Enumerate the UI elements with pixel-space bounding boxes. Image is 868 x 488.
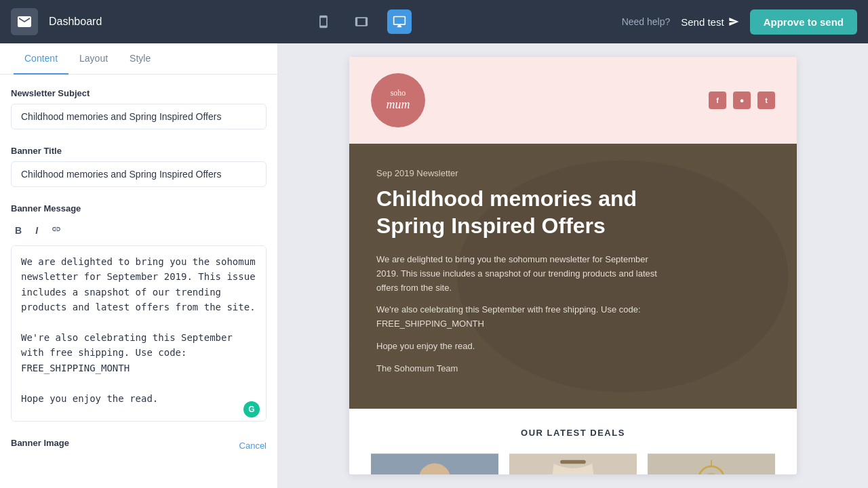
facebook-icon: f xyxy=(709,92,726,109)
social-icons: f ● t xyxy=(709,92,775,109)
deals-title: OUR LATEST DEALS xyxy=(371,428,775,438)
topnav-actions: Need help? Send test Approve to send xyxy=(622,9,857,35)
topnav: Dashboard Need help? Send test Approve t… xyxy=(0,0,868,43)
svg-rect-4 xyxy=(560,460,586,464)
mail-icon xyxy=(16,14,33,30)
send-test-button[interactable]: Send test xyxy=(681,16,738,28)
banner-title-preview: Childhood memories and Spring Inspired O… xyxy=(376,185,648,239)
dashboard-title: Dashboard xyxy=(49,16,102,28)
banner-title-label: Banner Title xyxy=(11,146,267,156)
tab-style[interactable]: Style xyxy=(119,43,161,75)
email-header: soho mum f ● t xyxy=(349,57,797,144)
email-preview-panel: soho mum f ● t Sep 2019 Newsletter Child… xyxy=(278,43,868,488)
italic-button[interactable]: I xyxy=(31,223,42,237)
rich-text-toolbar: B I xyxy=(11,219,267,241)
deal-image-3 xyxy=(648,451,775,474)
deal-card-1 xyxy=(371,451,498,474)
banner-para3: Hope you enjoy the read. xyxy=(376,340,661,354)
send-icon xyxy=(728,16,739,27)
newsletter-subject-section: Newsletter Subject xyxy=(11,88,267,143)
tablet-device-button[interactable] xyxy=(349,9,374,34)
tab-content[interactable]: Content xyxy=(14,43,68,75)
tablet-icon xyxy=(355,15,368,28)
left-panel: Content Layout Style Newsletter Subject … xyxy=(0,43,278,488)
deal-image-1 xyxy=(371,451,498,474)
banner-title-section: Banner Title xyxy=(11,146,267,201)
logo-mum: mum xyxy=(387,98,410,113)
desktop-device-button[interactable] xyxy=(387,9,412,34)
banner-image-label: Banner Image xyxy=(11,438,69,448)
logo-soho: soho xyxy=(391,88,406,98)
deal-image-2 xyxy=(509,451,637,474)
logo xyxy=(11,8,38,35)
banner-image-section: Banner Image Cancel xyxy=(11,438,267,453)
desktop-icon xyxy=(393,15,406,28)
instagram-icon: ● xyxy=(733,92,751,109)
panel-tabs: Content Layout Style xyxy=(0,43,277,75)
mobile-device-button[interactable] xyxy=(311,9,336,34)
message-textarea-wrapper: We are delighted to bring you the sohomu… xyxy=(11,245,267,424)
banner-body-preview: We are delighted to bring you the sohomu… xyxy=(376,253,661,376)
link-icon xyxy=(52,224,61,234)
banner-newsletter-label: Sep 2019 Newsletter xyxy=(376,168,770,178)
email-banner: Sep 2019 Newsletter Childhood memories a… xyxy=(349,144,797,409)
twitter-icon: t xyxy=(757,92,775,109)
cancel-button[interactable]: Cancel xyxy=(239,441,267,451)
email-deals: OUR LATEST DEALS xyxy=(349,409,797,474)
banner-para4: The Sohomum Team xyxy=(376,362,661,376)
bold-button[interactable]: B xyxy=(11,223,26,237)
deal-card-2 xyxy=(509,451,637,474)
newsletter-subject-label: Newsletter Subject xyxy=(11,88,267,98)
banner-message-label: Banner Message xyxy=(11,203,267,214)
banner-para1: We are delighted to bring you the sohomu… xyxy=(376,253,661,295)
banner-para2: We're also celebrating this September wi… xyxy=(376,303,661,331)
device-switcher xyxy=(102,9,621,34)
approve-to-send-button[interactable]: Approve to send xyxy=(750,9,857,35)
deal-card-3 xyxy=(648,451,775,474)
email-preview: soho mum f ● t Sep 2019 Newsletter Child… xyxy=(349,57,797,474)
grammarly-icon: G xyxy=(243,401,260,418)
deals-grid xyxy=(371,451,775,474)
main-content: Content Layout Style Newsletter Subject … xyxy=(0,43,868,488)
need-help-label: Need help? xyxy=(622,16,671,27)
brand-logo: soho mum xyxy=(371,73,425,127)
banner-message-textarea[interactable]: We are delighted to bring you the sohomu… xyxy=(11,245,267,422)
banner-title-input[interactable] xyxy=(11,161,267,187)
newsletter-subject-input[interactable] xyxy=(11,104,267,129)
mobile-icon xyxy=(317,15,330,28)
panel-scroll-area: Newsletter Subject Banner Title Banner M… xyxy=(0,75,277,488)
link-button[interactable] xyxy=(47,223,65,237)
tab-layout[interactable]: Layout xyxy=(68,43,119,75)
banner-message-section: Banner Message B I We are delighted to b… xyxy=(11,203,267,424)
